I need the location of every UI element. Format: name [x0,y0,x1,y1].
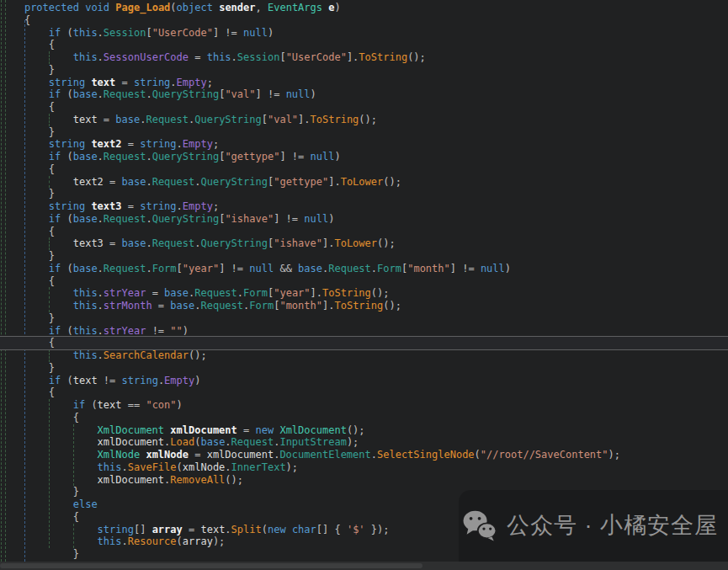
code-line[interactable]: if (base.Request.QueryString["val"] != n… [0,88,728,101]
code-line[interactable]: text2 = base.Request.QueryString["gettyp… [0,176,728,189]
code-line[interactable]: this.strYear = base.Request.Form["year"]… [0,287,728,300]
code-area[interactable]: protected void Page_Load(object sender, … [0,2,728,561]
code-line[interactable]: XmlNode xmlNode = xmlDocument.DocumentEl… [0,449,728,461]
code-line[interactable]: { [0,337,728,349]
code-line[interactable]: { [0,39,728,51]
code-line[interactable]: XmlDocument xmlDocument = new XmlDocumen… [0,424,728,437]
code-editor: protected void Page_Load(object sender, … [0,0,728,570]
code-line[interactable]: text3 = base.Request.QueryString["ishave… [0,237,728,250]
code-line[interactable]: this.SaveFile(xmlNode.InnerText); [0,461,728,474]
horizontal-scrollbar[interactable] [0,562,728,570]
code-line[interactable]: if (base.Request.QueryString["gettype"] … [0,151,728,163]
code-line[interactable]: if (text == "con") [0,399,728,412]
scrollbar-thumb[interactable] [0,563,422,568]
code-line[interactable]: } [0,188,728,200]
code-line[interactable]: { [0,412,728,424]
code-line[interactable]: } [0,126,728,139]
code-line[interactable]: { [0,163,728,176]
code-line[interactable]: this.SessonUserCode = this.Session["User… [0,51,728,64]
watermark: 公众号 · 小橘安全屋 [461,509,718,541]
code-line[interactable]: if (text != string.Empty) [0,375,728,387]
code-line[interactable]: if (base.Request.Form["year"] != null &&… [0,263,728,275]
code-line[interactable]: { [0,386,728,399]
watermark-text: 公众号 · 小橘安全屋 [507,510,718,541]
code-line[interactable]: } [0,362,728,375]
code-line[interactable]: string text2 = string.Empty; [0,138,728,151]
code-line[interactable]: if (base.Request.QueryString["ishave"] !… [0,213,728,226]
code-line[interactable]: } [0,250,728,263]
code-line[interactable]: { [0,14,728,27]
code-line[interactable]: string text3 = string.Empty; [0,200,728,213]
code-line[interactable]: text = base.Request.QueryString["val"].T… [0,114,728,126]
code-line[interactable]: xmlDocument.RemoveAll(); [0,474,728,487]
code-line[interactable]: } [0,64,728,77]
watermark-panel: 公众号 · 小橘安全屋 [459,490,728,562]
code-line[interactable]: xmlDocument.Load(base.Request.InputStrea… [0,436,728,449]
code-line[interactable]: { [0,226,728,238]
code-line[interactable]: } [0,312,728,325]
code-line[interactable]: { [0,275,728,288]
code-line[interactable]: protected void Page_Load(object sender, … [0,2,728,14]
code-line[interactable]: string text = string.Empty; [0,77,728,89]
code-line[interactable]: this.SearchCalendar(); [0,349,728,362]
code-line[interactable]: if (this.strYear != "") [0,325,728,338]
code-line[interactable]: if (this.Session["UserCode"] != null) [0,27,728,40]
wechat-icon [461,509,498,541]
code-line[interactable]: this.strMonth = base.Request.Form["month… [0,300,728,312]
code-line[interactable]: { [0,101,728,114]
